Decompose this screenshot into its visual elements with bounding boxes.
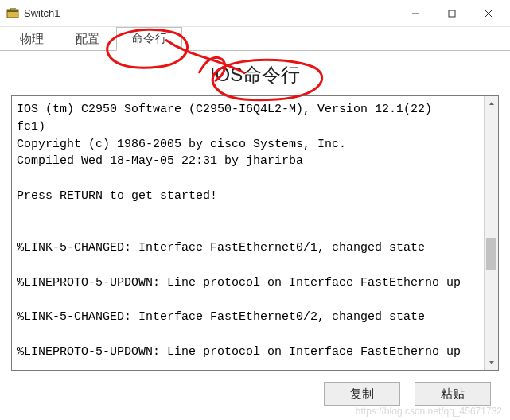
content-pane: IOS命令行 IOS (tm) C2950 Software (C2950-I6… [0, 51, 510, 414]
window-title: Switch1 [24, 7, 60, 19]
button-label: 粘贴 [441, 387, 465, 402]
tab-physical[interactable]: 物理 [5, 28, 59, 51]
close-button[interactable] [470, 1, 507, 26]
tab-label: 配置 [76, 32, 99, 45]
copy-button[interactable]: 复制 [324, 382, 400, 406]
paste-button[interactable]: 粘贴 [415, 382, 491, 406]
tab-bar: 物理 配置 命令行 [0, 27, 510, 51]
vertical-scrollbar[interactable] [484, 96, 498, 370]
scroll-up-arrow-icon[interactable] [485, 96, 498, 111]
tab-label: 命令行 [131, 31, 167, 45]
svg-rect-2 [449, 10, 455, 17]
button-label: 复制 [350, 387, 374, 402]
terminal-output[interactable]: IOS (tm) C2950 Software (C2950-I6Q4L2-M)… [12, 96, 498, 370]
scrollbar-track[interactable] [485, 111, 498, 356]
minimize-button[interactable] [397, 1, 434, 26]
terminal-container: IOS (tm) C2950 Software (C2950-I6Q4L2-M)… [11, 95, 499, 371]
scroll-down-arrow-icon[interactable] [485, 356, 498, 370]
scrollbar-thumb[interactable] [486, 238, 496, 270]
titlebar: Switch1 [0, 0, 510, 27]
tab-label: 物理 [20, 32, 44, 45]
button-row: 复制 粘贴 [11, 371, 499, 406]
tab-config[interactable]: 配置 [60, 28, 115, 51]
app-icon [6, 7, 19, 20]
tab-cli[interactable]: 命令行 [116, 27, 182, 51]
page-heading: IOS命令行 [11, 62, 499, 88]
maximize-button[interactable] [434, 1, 470, 26]
